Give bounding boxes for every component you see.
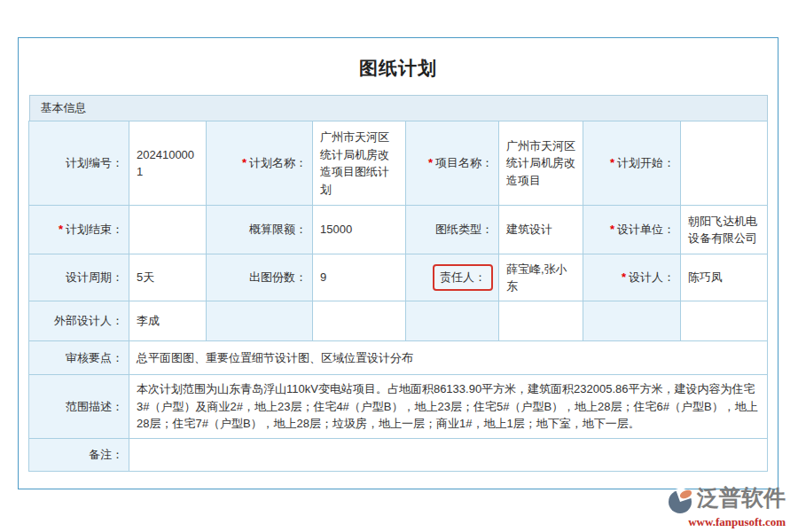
scope-desc-value: 本次计划范围为山东青岛浮山110kV变电站项目。占地面积86133.90平方米，…	[129, 375, 768, 439]
empty-label-cell	[583, 301, 681, 341]
empty-value-cell	[313, 301, 406, 341]
logo-url[interactable]: www.fanpusoft.com	[630, 515, 786, 529]
empty-label-cell	[406, 301, 499, 341]
required-marker: *	[610, 156, 614, 169]
section-header-basic-info: 基本信息	[29, 95, 768, 121]
design-cycle-label: 设计周期：	[66, 270, 123, 284]
empty-label-cell	[207, 301, 313, 341]
plan-start-value[interactable]	[681, 121, 768, 206]
responsible-value: 薛宝峰,张小东	[499, 254, 583, 301]
remark-value[interactable]	[129, 439, 768, 472]
basic-info-table: 计划编号： 2024100001 *计划名称： 广州市天河区统计局机房改造项目图…	[28, 121, 768, 472]
plan-name-value: 广州市天河区统计局机房改造项目图纸计划	[313, 121, 406, 206]
design-unit-label-cell: *设计单位：	[583, 206, 681, 254]
plan-start-label: 计划开始：	[617, 156, 675, 169]
plan-end-value[interactable]	[129, 206, 207, 254]
external-designer-label: 外部设计人：	[54, 314, 123, 327]
budget-limit-value: 15000	[313, 206, 406, 254]
project-name-label-cell: *项目名称：	[406, 121, 499, 206]
drawing-type-value: 建筑设计	[499, 206, 583, 254]
external-designer-label-cell: 外部设计人：	[29, 301, 129, 341]
table-row: 审核要点： 总平面图图、重要位置细节设计图、区域位置设计分布	[29, 341, 768, 375]
review-points-value: 总平面图图、重要位置细节设计图、区域位置设计分布	[129, 341, 768, 375]
drawing-plan-page: 图纸计划 基本信息 计划编号： 2024100001 *计划名称： 广州市天河区…	[0, 0, 798, 532]
plan-no-label: 计划编号：	[66, 156, 123, 169]
plan-name-label: 计划名称：	[249, 156, 307, 169]
plan-end-label: 计划结束：	[66, 223, 123, 236]
responsible-label: 责任人：	[440, 270, 486, 284]
review-points-label: 审核要点：	[66, 351, 123, 364]
design-unit-value: 朝阳飞达机电设备有限公司	[681, 206, 768, 254]
remark-label-cell: 备注：	[29, 439, 129, 472]
page-title: 图纸计划	[19, 38, 778, 81]
drawing-type-label: 图纸类型：	[435, 223, 493, 236]
plan-start-label-cell: *计划开始：	[583, 121, 681, 206]
required-marker: *	[242, 156, 246, 169]
plan-no-label-cell: 计划编号：	[29, 121, 129, 206]
fanpu-logo-icon	[667, 488, 695, 518]
required-marker: *	[610, 223, 614, 236]
design-cycle-value: 5天	[129, 254, 207, 301]
drawing-copies-label: 出图份数：	[249, 270, 307, 284]
drawing-type-label-cell: 图纸类型：	[406, 206, 499, 254]
logo-text: 泛普软件	[697, 486, 786, 511]
empty-value-cell	[681, 301, 768, 341]
scope-desc-label: 范围描述：	[66, 400, 123, 413]
designer-label-cell: *设计人：	[583, 254, 681, 301]
remark-label: 备注：	[89, 448, 123, 461]
designer-label: 设计人：	[629, 270, 675, 284]
design-cycle-label-cell: 设计周期：	[29, 254, 129, 301]
table-row: *计划结束： 概算限额： 15000 图纸类型： 建筑设计 *设计单位： 朝阳飞…	[29, 206, 768, 254]
plan-no-value: 2024100001	[129, 121, 207, 206]
table-row: 设计周期： 5天 出图份数： 9 责任人： 薛宝峰,张小东 *设计人： 陈巧凤	[29, 254, 768, 301]
table-row: 计划编号： 2024100001 *计划名称： 广州市天河区统计局机房改造项目图…	[29, 121, 768, 206]
content-frame: 图纸计划 基本信息 计划编号： 2024100001 *计划名称： 广州市天河区…	[18, 37, 778, 489]
drawing-copies-value: 9	[313, 254, 406, 301]
plan-name-label-cell: *计划名称：	[207, 121, 313, 206]
empty-value-cell	[499, 301, 583, 341]
budget-limit-label: 概算限额：	[249, 223, 307, 236]
design-unit-label: 设计单位：	[617, 223, 675, 236]
required-marker: *	[428, 156, 433, 169]
project-name-label: 项目名称：	[435, 156, 493, 169]
budget-limit-label-cell: 概算限额：	[207, 206, 313, 254]
plan-end-label-cell: *计划结束：	[29, 206, 129, 254]
table-row: 外部设计人： 李成	[29, 301, 768, 341]
table-row: 范围描述： 本次计划范围为山东青岛浮山110kV变电站项目。占地面积86133.…	[29, 375, 768, 439]
required-marker: *	[59, 223, 63, 236]
scope-desc-label-cell: 范围描述：	[29, 375, 129, 439]
required-marker: *	[622, 270, 626, 284]
review-points-label-cell: 审核要点：	[29, 341, 129, 375]
external-designer-value: 李成	[129, 301, 207, 341]
project-name-value: 广州市天河区统计局机房改造项目	[499, 121, 583, 206]
responsible-label-highlight-box[interactable]: 责任人：	[433, 264, 493, 291]
table-row: 备注：	[29, 439, 768, 472]
designer-value: 陈巧凤	[681, 254, 768, 301]
responsible-label-cell: 责任人：	[406, 254, 499, 301]
fanpu-logo: 泛普软件 www.fanpusoft.com	[630, 486, 786, 528]
drawing-copies-label-cell: 出图份数：	[207, 254, 313, 301]
